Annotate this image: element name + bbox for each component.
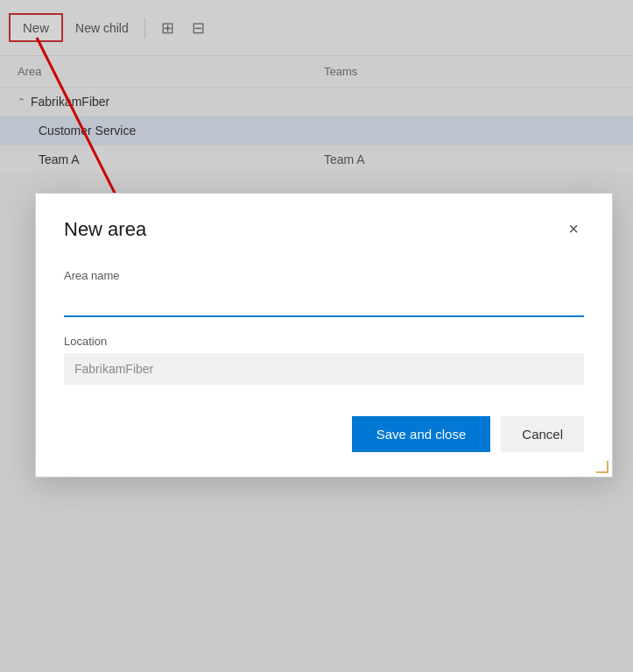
- location-label: Location: [64, 335, 584, 348]
- dialog-footer: Save and close Cancel: [64, 416, 584, 452]
- save-and-close-button[interactable]: Save and close: [352, 416, 491, 452]
- area-name-label: Area name: [64, 269, 584, 282]
- area-name-input[interactable]: [64, 287, 584, 317]
- dialog-header: New area ×: [64, 218, 584, 241]
- dialog-title: New area: [64, 218, 146, 241]
- location-value: FabrikamFiber: [64, 353, 584, 385]
- dialog-close-button[interactable]: ×: [563, 218, 584, 239]
- cancel-button[interactable]: Cancel: [501, 416, 584, 452]
- new-area-dialog: New area × Area name Location FabrikamFi…: [35, 193, 613, 477]
- location-group: Location FabrikamFiber: [64, 335, 584, 385]
- area-name-group: Area name: [64, 269, 584, 317]
- resize-handle[interactable]: [596, 461, 608, 473]
